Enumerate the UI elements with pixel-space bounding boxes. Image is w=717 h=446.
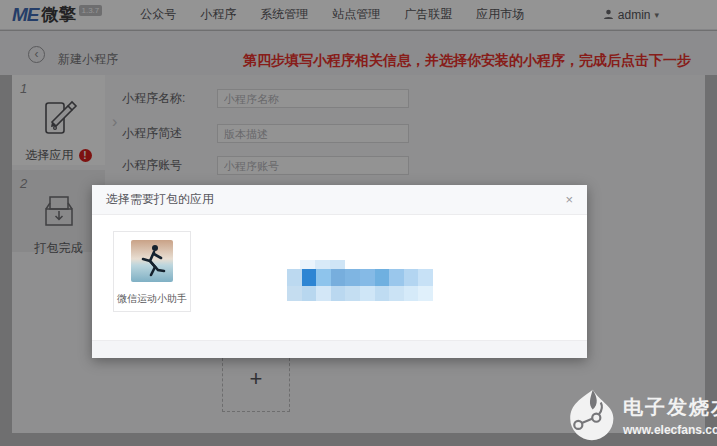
app-card-wechat-sport[interactable]: 微信运动小助手 xyxy=(113,231,191,312)
watermark-site-name: 电子发烧友 xyxy=(623,394,717,421)
elecfans-watermark: 电子发烧友 www.elecfans.com xyxy=(563,384,717,446)
modal-footer xyxy=(92,340,587,358)
modal-header: 选择需要打包的应用 × xyxy=(92,185,587,215)
close-icon[interactable]: × xyxy=(565,192,573,207)
watermark-site-url: www.elecfans.com xyxy=(623,423,717,437)
app-thumbnail-runner xyxy=(131,240,173,282)
app-name: 微信运动小助手 xyxy=(114,292,190,306)
page: ME 微擎 1.3.7 公众号 小程序 系统管理 站点管理 广告联盟 应用市场 … xyxy=(0,0,717,446)
select-app-modal: 选择需要打包的应用 × xyxy=(92,185,587,358)
modal-body: 微信运动小助手 xyxy=(92,215,587,340)
modal-title: 选择需要打包的应用 xyxy=(106,191,214,208)
redacted-pixelated-region xyxy=(287,260,433,302)
elecfans-logo-icon xyxy=(563,388,617,442)
